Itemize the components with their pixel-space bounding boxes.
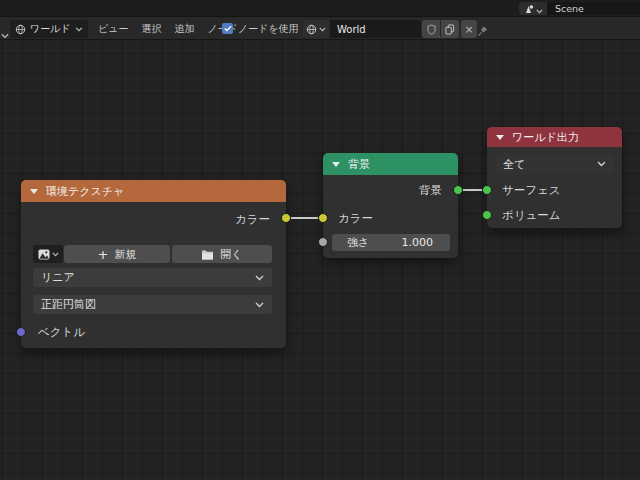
projection-dropdown[interactable]: 正距円筒図 xyxy=(33,295,272,314)
menu-select[interactable]: 選択 xyxy=(141,22,161,36)
scene-name-field[interactable]: Scene xyxy=(547,2,640,15)
output-label-background: 背景 xyxy=(419,181,442,199)
node-editor-header: ワールド ビュー 選択 追加 ノード ノードを使用 World × xyxy=(0,17,640,40)
chevron-down-icon xyxy=(52,252,59,257)
input-label-volume: ボリューム xyxy=(502,206,561,224)
collapse-triangle-icon[interactable] xyxy=(496,135,504,140)
output-label-color: カラー xyxy=(235,210,270,228)
chevron-down-icon xyxy=(75,27,83,32)
node-title: 環境テクスチャ xyxy=(46,184,124,199)
input-label-vector: ベクトル xyxy=(38,323,85,341)
chevron-down-icon xyxy=(597,161,606,167)
socket-input-color[interactable] xyxy=(318,213,328,223)
copy-icon xyxy=(445,24,455,35)
node-header-environment-texture[interactable]: 環境テクスチャ xyxy=(21,180,286,202)
strength-value: 1.000 xyxy=(402,236,434,249)
node-title: 背景 xyxy=(348,157,370,172)
scene-selector-button[interactable] xyxy=(519,2,547,15)
socket-output-background[interactable] xyxy=(453,185,463,195)
chevron-down-icon xyxy=(536,0,543,18)
shader-type-label: ワールド xyxy=(30,22,71,36)
strength-slider[interactable]: 強さ 1.000 xyxy=(332,234,450,251)
image-browse-button[interactable] xyxy=(33,245,63,263)
new-image-button[interactable]: + 新規 xyxy=(64,245,170,263)
node-title: ワールド出力 xyxy=(512,130,579,145)
new-image-label: 新規 xyxy=(114,247,136,262)
chevron-down-icon xyxy=(319,27,326,32)
node-header-background[interactable]: 背景 xyxy=(323,153,458,175)
target-dropdown[interactable]: 全て xyxy=(495,154,614,174)
open-image-button[interactable]: 開く xyxy=(172,245,272,263)
input-label-color: カラー xyxy=(338,209,373,227)
socket-output-color[interactable] xyxy=(281,213,291,223)
input-label-surface: サーフェス xyxy=(502,181,561,199)
socket-input-strength[interactable] xyxy=(318,237,328,247)
target-value: 全て xyxy=(503,157,525,172)
plus-icon: + xyxy=(98,247,109,262)
strength-label: 強さ xyxy=(347,235,369,250)
interpolation-dropdown[interactable]: リニア xyxy=(33,268,272,287)
folder-icon xyxy=(201,249,214,260)
unlink-button[interactable]: × xyxy=(461,20,477,38)
fake-user-button[interactable] xyxy=(422,20,440,38)
socket-input-surface[interactable] xyxy=(482,185,492,195)
check-icon xyxy=(224,25,232,32)
socket-input-volume[interactable] xyxy=(482,210,492,220)
node-header-world-output[interactable]: ワールド出力 xyxy=(487,127,622,147)
use-nodes-label: ノードを使用 xyxy=(238,17,299,40)
topbar: Scene xyxy=(0,0,640,17)
world-icon xyxy=(306,24,317,35)
world-name-input[interactable]: World xyxy=(330,20,421,38)
shield-icon xyxy=(427,24,436,35)
image-icon xyxy=(38,249,50,260)
new-copy-button[interactable] xyxy=(441,20,459,38)
scene-icon xyxy=(524,0,534,18)
use-nodes-checkbox[interactable] xyxy=(222,23,233,34)
world-icon xyxy=(15,20,26,39)
shader-type-dropdown[interactable]: ワールド xyxy=(10,20,88,38)
socket-input-vector[interactable] xyxy=(16,327,26,337)
browse-world-button[interactable] xyxy=(303,20,329,38)
chevron-down-icon xyxy=(255,302,264,308)
node-world-output[interactable]: ワールド出力 全て サーフェス ボリューム xyxy=(487,127,622,228)
collapse-triangle-icon[interactable] xyxy=(332,162,340,167)
chevron-down-icon xyxy=(255,275,264,281)
open-image-label: 開く xyxy=(220,247,242,262)
pin-icon[interactable] xyxy=(477,22,489,41)
menu-view[interactable]: ビュー xyxy=(98,22,128,36)
projection-value: 正距円筒図 xyxy=(41,297,96,312)
collapse-triangle-icon[interactable] xyxy=(30,189,38,194)
node-background[interactable]: 背景 背景 カラー 強さ 1.000 xyxy=(323,153,458,258)
node-environment-texture[interactable]: 環境テクスチャ カラー + 新規 開く リニア 正距円筒図 ベクトル xyxy=(21,180,286,348)
interpolation-value: リニア xyxy=(41,270,75,285)
menu-bar: ビュー 選択 追加 ノード xyxy=(98,20,238,38)
menu-add[interactable]: 追加 xyxy=(174,22,194,36)
editor-type-chevron-icon[interactable] xyxy=(1,24,9,43)
